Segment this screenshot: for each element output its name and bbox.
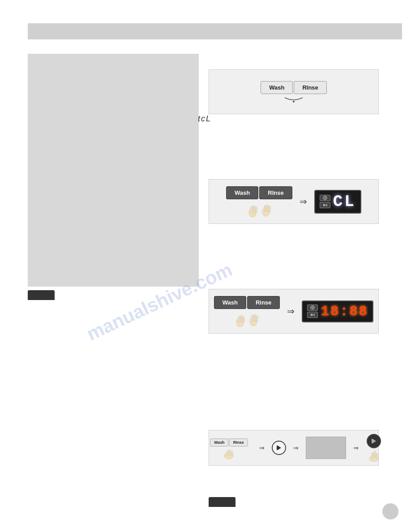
svg-rect-38 (376, 453, 378, 459)
svg-rect-16 (240, 315, 242, 322)
svg-marker-31 (278, 446, 281, 450)
finger-gesture-1 (244, 200, 275, 217)
arrow-3: ⇒ (259, 444, 265, 451)
svg-rect-19 (252, 315, 253, 322)
svg-point-0 (293, 101, 295, 103)
instruction-box-3: Wash Rinse ⇒ (209, 289, 379, 334)
svg-rect-36 (372, 453, 373, 459)
svg-rect-17 (243, 317, 244, 322)
svg-rect-15 (238, 316, 240, 322)
gray-rectangle (306, 437, 346, 459)
wash-button-2[interactable]: Wash (226, 186, 258, 199)
button-row-1: Wash RInse (261, 81, 327, 94)
small-tab-2 (209, 497, 235, 507)
small-tab-bottom (28, 290, 55, 300)
wash-button-1[interactable]: Wash (261, 81, 293, 94)
display-text-time: 18:88 (321, 303, 368, 320)
display-icons-1 (320, 195, 330, 208)
finger-gesture-4 (366, 448, 382, 462)
svg-marker-33 (372, 439, 376, 443)
svg-marker-12 (323, 204, 327, 206)
svg-rect-20 (254, 314, 256, 322)
connector-1 (276, 96, 312, 103)
rinse-button-2[interactable]: RInse (259, 186, 292, 199)
display-icon-top (320, 195, 330, 201)
svg-rect-21 (256, 316, 258, 322)
wash-button-3[interactable]: Wash (214, 296, 246, 309)
display-text-CL: CL (333, 193, 356, 211)
instruction-box-4: Wash RInse ⇒ ⇒ ⇒ (209, 430, 379, 466)
display-icon-bottom (320, 202, 330, 208)
svg-rect-3 (253, 206, 255, 213)
display-icons-2 (307, 305, 318, 318)
instruction-box-2: Wash RInse ⇒ (209, 179, 379, 224)
display-icon-top-2 (307, 305, 318, 311)
page-number (382, 503, 398, 519)
rinse-button-1[interactable]: RInse (294, 81, 326, 94)
svg-rect-29 (229, 450, 231, 456)
rinse-button-4[interactable]: RInse (229, 438, 248, 446)
svg-rect-4 (255, 207, 257, 213)
play-pause-button-2[interactable] (367, 434, 381, 448)
left-panel: tcL (28, 54, 199, 287)
svg-rect-6 (264, 206, 266, 212)
button-group-1: Wash RInse (261, 81, 327, 103)
header-bar (28, 23, 402, 39)
svg-rect-30 (231, 451, 233, 456)
display-box-CL: CL (314, 190, 361, 214)
svg-rect-8 (269, 206, 270, 212)
svg-marker-25 (311, 313, 314, 316)
wash-button-4[interactable]: Wash (210, 438, 228, 446)
svg-rect-28 (227, 451, 228, 456)
arrow-5: ⇒ (353, 444, 359, 451)
svg-rect-2 (251, 206, 253, 213)
finger-gesture-3 (221, 446, 237, 459)
play-pause-button-1[interactable] (272, 441, 286, 455)
rinse-button-3[interactable]: Rinse (247, 296, 280, 309)
svg-rect-7 (266, 205, 268, 212)
arrow-1: ⇒ (300, 196, 307, 207)
arrow-2: ⇒ (287, 306, 295, 317)
left-panel-label: tcL (198, 114, 211, 124)
display-box-time: 18:88 (302, 300, 373, 322)
arrow-4: ⇒ (293, 444, 299, 451)
finger-gesture-2 (231, 310, 262, 327)
instruction-box-1: Wash RInse (209, 69, 379, 114)
svg-rect-37 (374, 451, 376, 458)
display-icon-bottom-2 (307, 312, 318, 318)
